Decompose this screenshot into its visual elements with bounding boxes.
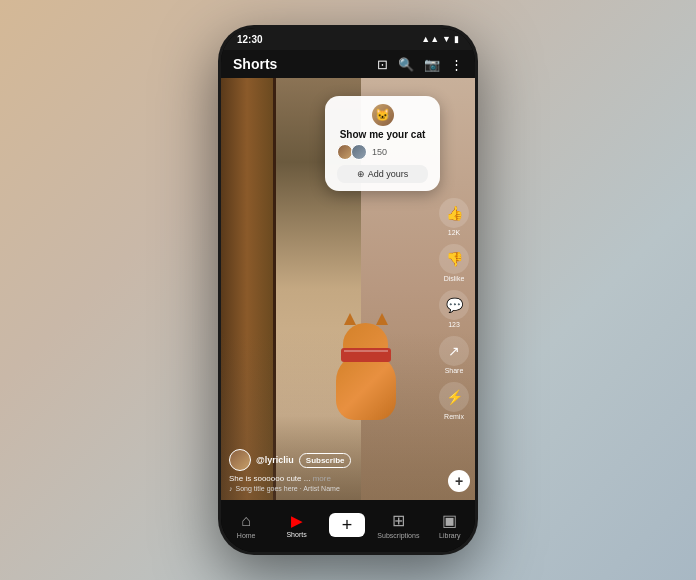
nav-subscriptions[interactable]: ⊞ Subscriptions (377, 511, 419, 539)
camera-icon[interactable]: 📷 (424, 57, 440, 72)
sticker-popup[interactable]: 🐱 Show me your cat 150 ⊕ Add yours (325, 96, 440, 191)
nav-add[interactable]: + (327, 513, 367, 537)
caption-text: She is soooooo cute ... (229, 474, 310, 483)
bottom-navigation: ⌂ Home ▶ Shorts + ⊞ Subscriptions ▣ Libr… (221, 500, 475, 552)
phone-screen: 12:30 ▲▲ ▼ ▮ Shorts ⊡ 🔍 📷 ⋮ (221, 28, 475, 552)
shorts-icon: ▶ (291, 513, 302, 529)
cast-icon[interactable]: ⊡ (377, 57, 388, 72)
app-header: Shorts ⊡ 🔍 📷 ⋮ (221, 50, 475, 78)
search-icon[interactable]: 🔍 (398, 57, 414, 72)
create-button[interactable]: + (329, 513, 365, 537)
remix-label: Remix (444, 413, 464, 420)
status-time: 12:30 (237, 34, 263, 45)
library-icon: ▣ (442, 511, 457, 530)
like-count: 12K (448, 229, 460, 236)
share-icon: ↗ (439, 336, 469, 366)
sticker-participants-row: 150 (337, 144, 428, 160)
dislike-button[interactable]: 👎 Dislike (439, 244, 469, 282)
battery-icon: ▮ (454, 34, 459, 44)
sticker-title: Show me your cat (337, 129, 428, 140)
video-background: 🐱 Show me your cat 150 ⊕ Add yours (221, 78, 475, 500)
action-buttons: 👍 12K 👎 Dislike 💬 123 ↗ Share (439, 198, 469, 420)
header-icons: ⊡ 🔍 📷 ⋮ (377, 57, 463, 72)
song-info[interactable]: ♪ Song title goes here · Artist Name (229, 485, 430, 492)
channel-handle[interactable]: @lyricliu (256, 455, 294, 465)
nav-library[interactable]: ▣ Library (430, 511, 470, 539)
subscriptions-icon: ⊞ (392, 511, 405, 530)
dislike-label: Dislike (444, 275, 465, 282)
remix-icon: ⚡ (439, 382, 469, 412)
nav-shorts[interactable]: ▶ Shorts (277, 513, 317, 538)
cat-figure (321, 310, 411, 420)
home-label: Home (237, 532, 256, 539)
comment-count: 123 (448, 321, 460, 328)
like-icon: 👍 (439, 198, 469, 228)
shorts-label: Shorts (286, 531, 306, 538)
remix-button[interactable]: ⚡ Remix (439, 382, 469, 420)
sticker-creator-avatar: 🐱 (372, 104, 394, 126)
cat-ear-left (344, 313, 356, 325)
sticker-count: 150 (372, 147, 387, 157)
share-label: Share (445, 367, 464, 374)
channel-row: @lyricliu Subscribe (229, 449, 430, 471)
subscriptions-label: Subscriptions (377, 532, 419, 539)
video-caption: She is soooooo cute ... more (229, 474, 430, 483)
home-icon: ⌂ (241, 512, 251, 530)
cat-bandana (341, 348, 391, 362)
signal-icon: ▲▲ (421, 34, 439, 44)
add-yours-button[interactable]: ⊕ Add yours (337, 165, 428, 183)
more-options-icon[interactable]: ⋮ (450, 57, 463, 72)
status-icons: ▲▲ ▼ ▮ (421, 34, 459, 44)
participant-avatar-2 (351, 144, 367, 160)
caption-more[interactable]: more (313, 474, 331, 483)
video-area[interactable]: 🐱 Show me your cat 150 ⊕ Add yours (221, 78, 475, 500)
like-button[interactable]: 👍 12K (439, 198, 469, 236)
status-bar: 12:30 ▲▲ ▼ ▮ (221, 28, 475, 50)
phone-frame: 12:30 ▲▲ ▼ ▮ Shorts ⊡ 🔍 📷 ⋮ (218, 25, 478, 555)
video-info: @lyricliu Subscribe She is soooooo cute … (229, 449, 430, 492)
music-note-icon: ♪ (229, 485, 233, 492)
library-label: Library (439, 532, 460, 539)
comment-icon: 💬 (439, 290, 469, 320)
add-yours-icon: ⊕ (357, 169, 365, 179)
wifi-icon: ▼ (442, 34, 451, 44)
cat-ear-right (376, 313, 388, 325)
song-text: Song title goes here · Artist Name (236, 485, 340, 492)
add-to-playlist-button[interactable]: + (448, 470, 470, 492)
comment-button[interactable]: 💬 123 (439, 290, 469, 328)
nav-home[interactable]: ⌂ Home (226, 512, 266, 539)
app-title: Shorts (233, 56, 277, 72)
channel-avatar (229, 449, 251, 471)
dislike-icon: 👎 (439, 244, 469, 274)
cat-body (336, 355, 396, 420)
share-button[interactable]: ↗ Share (439, 336, 469, 374)
subscribe-button[interactable]: Subscribe (299, 453, 352, 468)
add-yours-label: Add yours (368, 169, 409, 179)
